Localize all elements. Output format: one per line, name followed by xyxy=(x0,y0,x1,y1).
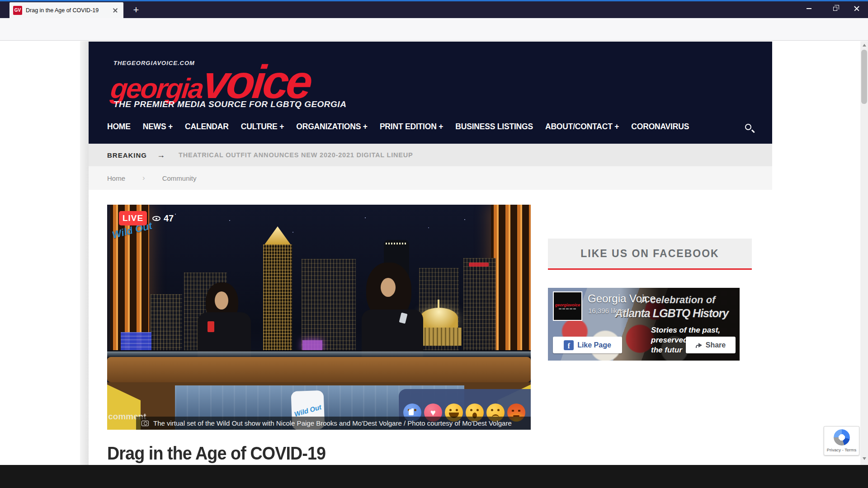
nav-item-about-contact[interactable]: ABOUT/CONTACT + xyxy=(545,122,619,131)
site-header: THEGEORGIAVOICE.COM georgia voice THE PR… xyxy=(89,42,772,144)
cover-text-line2: Atlanta LGBTQ History xyxy=(615,307,728,320)
image-caption-text: The virtual set of the Wild Out show wit… xyxy=(153,419,512,427)
breadcrumb: Home › Community xyxy=(89,166,772,190)
set-light-pillar-right xyxy=(491,205,531,356)
cover-text-line3: Stories of the past, xyxy=(651,326,720,335)
desk-glass-top xyxy=(107,352,531,357)
nav-item-organizations[interactable]: ORGANIZATIONS + xyxy=(296,122,368,131)
logo-voice-text: voice xyxy=(201,63,312,101)
share-arrow-icon xyxy=(696,343,702,347)
drag-queen-right xyxy=(354,263,433,361)
logo-tagline: THE PREMIER MEDIA SOURCE FOR LGBTQ GEORG… xyxy=(113,99,346,109)
facebook-page-avatar[interactable]: georgiavoice xyxy=(553,291,582,321)
recaptcha-logo-icon xyxy=(834,429,850,446)
facebook-likes-count: 16,396 likes xyxy=(588,307,624,314)
nav-item-calendar[interactable]: CALENDAR xyxy=(185,122,229,131)
window-minimize-button[interactable] xyxy=(798,0,819,17)
image-caption-bar: The virtual set of the Wild Out show wit… xyxy=(136,417,531,430)
facebook-section-header: LIKE US ON FACEBOOK xyxy=(548,239,752,270)
facebook-like-page-button[interactable]: f Like Page xyxy=(553,337,622,353)
search-icon xyxy=(745,124,751,130)
tab-title: Drag in the Age of COVID-19 xyxy=(26,7,107,14)
scrollbar-up-arrow[interactable] xyxy=(863,44,866,47)
scrollbar-thumb[interactable] xyxy=(861,50,867,104)
neon-sign xyxy=(302,340,322,350)
breaking-label: BREAKING xyxy=(107,151,147,159)
window-accent-border xyxy=(0,0,868,1)
breaking-arrow-icon: → xyxy=(157,150,165,160)
live-badge: LIVE xyxy=(119,211,147,225)
facebook-page-name[interactable]: Georgia Voice xyxy=(588,292,656,305)
desk-surface xyxy=(107,357,531,382)
facebook-share-button[interactable]: Share xyxy=(686,337,736,353)
browser-toolbar xyxy=(0,18,868,41)
recaptcha-badge[interactable]: Privacy - Terms xyxy=(824,426,859,455)
nav-item-print-edition[interactable]: PRINT EDITION + xyxy=(380,122,443,131)
breadcrumb-section: Community xyxy=(162,174,197,182)
viewer-count: 47 xyxy=(152,213,174,224)
article-featured-image: Wild Out Wild Out LIVE 47 comment The vi… xyxy=(107,205,531,430)
marriott-sign xyxy=(469,263,489,267)
recaptcha-privacy-terms[interactable]: Privacy - Terms xyxy=(827,447,856,452)
breaking-headline-link[interactable]: THEATRICAL OUTFIT ANNOUNCES NEW 2020-202… xyxy=(179,151,413,159)
camera-icon xyxy=(142,421,149,426)
share-label: Share xyxy=(706,341,726,349)
cover-text-line5: the futur xyxy=(651,346,682,355)
gold-tower-crown xyxy=(261,226,294,245)
desk-logo-text: Wild Out xyxy=(293,403,322,417)
browser-tab-bar: GV Drag in the Age of COVID-19 + xyxy=(0,0,868,18)
skyline-building xyxy=(463,258,496,363)
breaking-news-bar: BREAKING → THEATRICAL OUTFIT ANNOUNCES N… xyxy=(89,144,772,166)
nav-item-home[interactable]: HOME xyxy=(107,122,131,131)
nav-item-culture[interactable]: CULTURE + xyxy=(241,122,284,131)
site-logo[interactable]: georgia voice xyxy=(109,63,311,104)
facebook-f-icon: f xyxy=(564,340,574,350)
page-left-shadow xyxy=(80,41,89,465)
nav-item-coronavirus[interactable]: CORONAVIRUS xyxy=(631,122,689,131)
new-tab-button[interactable]: + xyxy=(129,4,143,16)
sky-stars xyxy=(175,214,176,215)
window-close-button[interactable] xyxy=(846,0,867,17)
site-nav: HOME NEWS + CALENDAR CULTURE + ORGANIZAT… xyxy=(107,122,754,131)
face xyxy=(381,278,396,297)
nav-item-news[interactable]: NEWS + xyxy=(143,122,173,131)
face xyxy=(215,291,228,310)
facebook-section-header-text: LIKE US ON FACEBOOK xyxy=(580,248,719,260)
like-page-label: Like Page xyxy=(577,341,611,349)
eye-icon xyxy=(152,216,160,221)
site-search-button[interactable] xyxy=(745,124,756,135)
page-scrollbar-track[interactable] xyxy=(860,41,868,465)
tab-favicon: GV xyxy=(13,6,22,15)
capitol-spire xyxy=(438,300,439,309)
gold-tower xyxy=(263,244,292,363)
window-restore-button[interactable] xyxy=(825,0,845,17)
drag-queen-left xyxy=(193,282,261,358)
nav-item-business-listings[interactable]: BUSINESS LISTINGS xyxy=(455,122,533,131)
scrollbar-down-arrow[interactable] xyxy=(863,457,866,460)
screen: GV Drag in the Age of COVID-19 + ← → ↻ ⌂… xyxy=(0,0,868,488)
breadcrumb-separator: › xyxy=(142,174,145,183)
facebook-page-widget[interactable]: A celebration of Atlanta LGBTQ History S… xyxy=(548,288,740,361)
article-title: Drag in the Age of COVID-19 xyxy=(107,443,326,464)
viewer-count-number: 47 xyxy=(164,213,174,224)
avatar-logo-text: georgiavoice xyxy=(555,303,580,307)
windows-taskbar xyxy=(0,465,868,488)
breadcrumb-home-link[interactable]: Home xyxy=(107,174,125,182)
browser-tab[interactable]: GV Drag in the Age of COVID-19 xyxy=(9,2,123,18)
tab-close-icon[interactable] xyxy=(111,6,120,15)
red-cup xyxy=(208,321,214,332)
